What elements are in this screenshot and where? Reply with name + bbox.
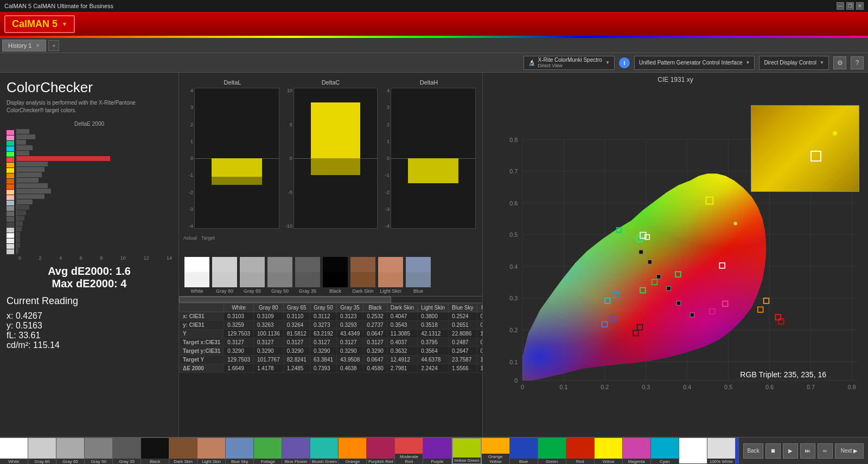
logo-dropdown-icon[interactable]: ▼ xyxy=(62,21,67,27)
cdm2-reading: cd/m²: 115.14 xyxy=(7,340,172,350)
bottom-yellow-label: Yellow xyxy=(602,459,615,464)
table-row: Y129.7503100.113681.581263.219243.43490.… xyxy=(180,330,483,338)
swatch-white[interactable]: White xyxy=(183,257,210,294)
bottom-swatch-orange[interactable]: Orange xyxy=(339,437,367,464)
svg-text:0.8: 0.8 xyxy=(509,137,518,143)
bottom-swatch-white[interactable]: White xyxy=(0,437,28,464)
swatch-blue[interactable]: Blue xyxy=(405,257,432,294)
bottom-swatch-bluish-green[interactable]: Bluish Green xyxy=(310,437,339,464)
row-value: 1.6649 xyxy=(224,364,254,373)
settings-button[interactable]: ⚙ xyxy=(833,56,846,69)
bottom-swatch-dark-skin[interactable]: Dark Skin xyxy=(169,437,197,464)
stop-button[interactable]: ⏹ xyxy=(765,443,781,459)
maximize-button[interactable]: ❐ xyxy=(846,2,854,10)
deltaC-chart: DeltaC 10 5 0 -5 -10 xyxy=(282,77,380,231)
back-button[interactable]: Back xyxy=(743,443,763,459)
loop-button[interactable]: ∞ xyxy=(818,443,833,459)
col-header-gray65: Gray 65 xyxy=(283,304,310,312)
svg-rect-68 xyxy=(690,313,694,317)
swatch-black[interactable]: Black xyxy=(322,257,349,294)
bottom-swatch-moderate-red[interactable]: Moderate Red xyxy=(395,437,423,464)
deltaH-y2: 2 xyxy=(382,122,390,127)
help-button[interactable]: ? xyxy=(851,56,864,69)
svg-text:0.2: 0.2 xyxy=(509,327,518,333)
swatch-gray35[interactable]: Gray 35 xyxy=(294,257,321,294)
row-value: 63.3841 xyxy=(310,356,336,364)
bottom-swatch-blue[interactable]: Blue xyxy=(510,437,538,464)
bottom-foliage-label: Foliage xyxy=(260,459,276,464)
row-value: 82.8241 xyxy=(283,356,310,364)
bottom-gray80-label: Gray 80 xyxy=(34,459,50,464)
horizontal-scrollbar[interactable] xyxy=(179,296,482,302)
colorchecker-title: ColorChecker xyxy=(7,79,172,96)
pattern-gen-selector[interactable]: Unified Pattern Generator Control Interf… xyxy=(634,56,755,70)
svg-rect-63 xyxy=(639,250,643,254)
deltaL-y2: 2 xyxy=(186,122,193,127)
bottom-swatch-green[interactable]: Green xyxy=(538,437,566,464)
color-swatches: White Gray 80 Gray 65 xyxy=(179,242,482,296)
deltaC-y5: 5 xyxy=(284,122,292,127)
deltaC-y0: 0 xyxy=(284,156,292,161)
swatch-blue-label: Blue xyxy=(413,288,423,294)
data-table-wrapper[interactable]: White Gray 80 Gray 65 Gray 50 Gray 35 Bl… xyxy=(179,302,482,437)
bottom-swatch-purple[interactable]: Purple xyxy=(423,437,451,464)
swatch-gray80[interactable]: Gray 80 xyxy=(211,257,238,294)
bottom-swatch-foliage[interactable]: Foliage xyxy=(254,437,282,464)
row-label: Target x:CIE31 xyxy=(180,338,224,347)
next-button[interactable]: Next ▶ xyxy=(835,443,864,459)
bottom-orange-label: Orange xyxy=(345,459,361,464)
bottom-green-label: Green xyxy=(545,459,558,464)
history-tab[interactable]: History 1 ✕ xyxy=(2,40,46,51)
bottom-swatch-blue-sky[interactable]: Blue Sky xyxy=(226,437,254,464)
deltaC-ym5: -5 xyxy=(284,190,292,195)
bottom-magenta-label: Magenta xyxy=(628,459,646,464)
bottom-swatch-black[interactable]: Black xyxy=(141,437,169,464)
swatch-gray65[interactable]: Gray 65 xyxy=(239,257,266,294)
bottom-swatch-yellow[interactable]: Yellow xyxy=(595,437,623,464)
bottom-swatch-gray65[interactable]: Gray 65 xyxy=(56,437,85,464)
bottom-swatch-white2[interactable] xyxy=(679,437,707,464)
skip-button[interactable]: ⏭ xyxy=(800,443,815,459)
table-row: Target y:CIE310.32900.32900.32900.32900.… xyxy=(180,347,483,356)
add-tab-button[interactable]: + xyxy=(48,40,59,51)
spectro-selector[interactable]: 🔬 X-Rite ColorMunki Spectro Direct View … xyxy=(524,56,615,70)
close-button[interactable]: ✕ xyxy=(856,2,864,10)
display-selector[interactable]: Direct Display Control ▼ xyxy=(759,56,829,70)
bottom-swatch-gray80[interactable]: Gray 80 xyxy=(28,437,56,464)
spectro-arrow: ▼ xyxy=(605,60,610,65)
swatch-dark-skin[interactable]: Dark Skin xyxy=(349,257,376,294)
col-header-gray50: Gray 50 xyxy=(310,304,336,312)
bottom-orange-yellow-label: Orange Yellow xyxy=(482,454,509,464)
bottom-swatch-magenta[interactable]: Magenta xyxy=(623,437,651,464)
svg-rect-54 xyxy=(764,298,769,304)
bottom-swatch-yellow-green[interactable]: Yellow Green xyxy=(452,437,482,464)
history-tab-close[interactable]: ✕ xyxy=(36,43,40,48)
x-axis-12: 12 xyxy=(143,255,149,261)
bottom-swatch-purplish-red[interactable]: Purplish Red xyxy=(367,437,395,464)
minimize-button[interactable]: — xyxy=(837,2,844,10)
bottom-swatch-orange-yellow[interactable]: Orange Yellow xyxy=(482,437,510,464)
row-value: 0.3103 xyxy=(224,312,254,321)
history-tab-label: History 1 xyxy=(8,42,31,49)
bottom-purplish-red-label: Purplish Red xyxy=(368,459,394,464)
bottom-swatch-gray50[interactable]: Gray 50 xyxy=(85,437,113,464)
play-button[interactable]: ▶ xyxy=(783,443,798,459)
spectro-info-button[interactable]: i xyxy=(619,57,630,68)
bottom-swatch-lightgray[interactable]: 100% White xyxy=(707,437,736,464)
bottom-swatch-blue-flower[interactable]: Blue Flower xyxy=(282,437,310,464)
svg-text:0.1: 0.1 xyxy=(509,359,518,365)
cie-title: CIE 1931 xy xyxy=(483,73,868,87)
swatch-light-skin[interactable]: Light Skin xyxy=(377,257,404,294)
row-value: 0.3263 xyxy=(254,321,284,330)
bottom-swatch-gray35[interactable]: Gray 35 xyxy=(113,437,141,464)
row-value: 0.3543 xyxy=(387,321,417,330)
swatch-gray50[interactable]: Gray 50 xyxy=(266,257,293,294)
bottom-purple-label: Purple xyxy=(430,459,444,464)
bottom-swatch-light-skin[interactable]: Light Skin xyxy=(197,437,226,464)
row-value: 0.3259 xyxy=(224,321,254,330)
deltaH-y0: 0 xyxy=(382,156,390,161)
bottom-swatch-red[interactable]: Red xyxy=(566,437,595,464)
deltaL-chart: DeltaL 4 3 2 1 0 -1 -2 -3 -4 xyxy=(183,77,282,231)
bottom-swatch-cyan[interactable]: Cyan xyxy=(651,437,679,464)
x-reading: x: 0.4267 xyxy=(7,311,172,321)
